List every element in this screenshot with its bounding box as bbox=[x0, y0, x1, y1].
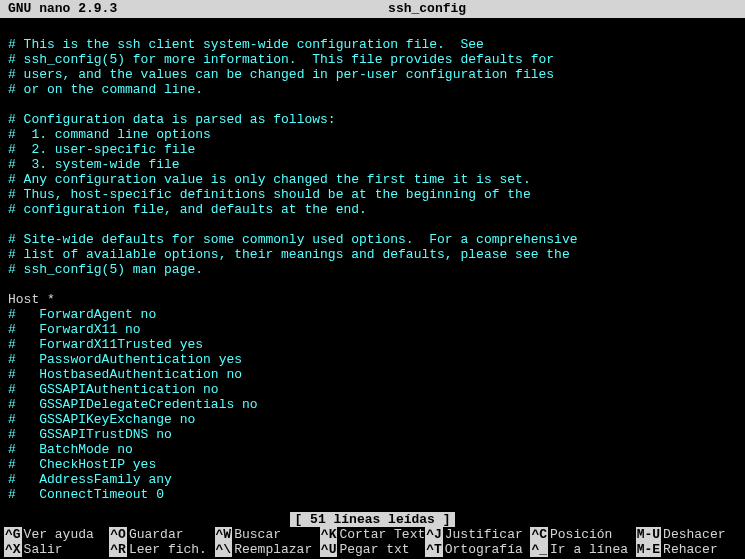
editor-line: # GSSAPIAuthentication no bbox=[8, 382, 737, 397]
shortcut-key: ^C bbox=[530, 527, 548, 542]
editor-line bbox=[8, 277, 737, 292]
shortcut-item[interactable]: ^JJustificar bbox=[425, 527, 530, 542]
editor-line: # GSSAPITrustDNS no bbox=[8, 427, 737, 442]
shortcut-key: ^J bbox=[425, 527, 443, 542]
shortcut-label: Buscar bbox=[234, 527, 281, 542]
shortcut-label: Pegar txt bbox=[339, 542, 409, 557]
editor-line bbox=[8, 97, 737, 112]
editor-line: # Thus, host-specific definitions should… bbox=[8, 187, 737, 202]
statusbar: [ 51 líneas leídas ] bbox=[0, 512, 745, 527]
shortcut-key: ^X bbox=[4, 542, 22, 557]
shortcut-item[interactable]: ^WBuscar bbox=[215, 527, 320, 542]
editor-line: # 2. user-specific file bbox=[8, 142, 737, 157]
titlebar: GNU nano 2.9.3 ssh_config bbox=[0, 0, 745, 18]
editor-line: # configuration file, and defaults at th… bbox=[8, 202, 737, 217]
shortcut-label: Deshacer bbox=[663, 527, 725, 542]
shortcut-key: M-U bbox=[636, 527, 661, 542]
shortcut-item[interactable]: ^UPegar txt bbox=[320, 542, 425, 557]
editor-line: # ConnectTimeout 0 bbox=[8, 487, 737, 502]
editor-line: # Any configuration value is only change… bbox=[8, 172, 737, 187]
editor-line: # users, and the values can be changed i… bbox=[8, 67, 737, 82]
shortcut-item[interactable]: M-UDeshacer bbox=[636, 527, 741, 542]
shortcut-label: Ortografía bbox=[445, 542, 523, 557]
shortcut-key: M-E bbox=[636, 542, 661, 557]
shortcut-row-1: ^GVer ayuda^OGuardar^WBuscar^KCortar Tex… bbox=[4, 527, 741, 542]
shortcut-item[interactable]: ^OGuardar bbox=[109, 527, 214, 542]
shortcut-key: ^_ bbox=[530, 542, 548, 557]
editor-line: # This is the ssh client system-wide con… bbox=[8, 37, 737, 52]
shortcut-row-2: ^XSalir^RLeer fich.^\Reemplazar^UPegar t… bbox=[4, 542, 741, 557]
shortcut-key: ^\ bbox=[215, 542, 233, 557]
editor-line: # CheckHostIP yes bbox=[8, 457, 737, 472]
shortcut-key: ^U bbox=[320, 542, 338, 557]
shortcut-label: Rehacer bbox=[663, 542, 718, 557]
shortcut-key: ^K bbox=[320, 527, 338, 542]
editor-line: # PasswordAuthentication yes bbox=[8, 352, 737, 367]
editor-line: # ForwardAgent no bbox=[8, 307, 737, 322]
shortcut-label: Ir a línea bbox=[550, 542, 628, 557]
shortcut-label: Justificar bbox=[445, 527, 523, 542]
shortcut-label: Cortar Text bbox=[339, 527, 425, 542]
shortcut-item[interactable]: ^_Ir a línea bbox=[530, 542, 635, 557]
editor-line: # 3. system-wide file bbox=[8, 157, 737, 172]
editor-line: # ForwardX11 no bbox=[8, 322, 737, 337]
shortcut-key: ^T bbox=[425, 542, 443, 557]
editor-line: Host * bbox=[8, 292, 737, 307]
shortcut-item[interactable]: ^XSalir bbox=[4, 542, 109, 557]
editor-line: # Site-wide defaults for some commonly u… bbox=[8, 232, 737, 247]
shortcuts-bar: ^GVer ayuda^OGuardar^WBuscar^KCortar Tex… bbox=[0, 527, 745, 559]
editor-line: # GSSAPIDelegateCredentials no bbox=[8, 397, 737, 412]
editor-line: # BatchMode no bbox=[8, 442, 737, 457]
editor-line: # HostbasedAuthentication no bbox=[8, 367, 737, 382]
shortcut-item[interactable]: ^RLeer fich. bbox=[109, 542, 214, 557]
editor-line bbox=[8, 217, 737, 232]
shortcut-label: Leer fich. bbox=[129, 542, 207, 557]
editor-area[interactable]: # This is the ssh client system-wide con… bbox=[0, 18, 745, 506]
shortcut-label: Ver ayuda bbox=[24, 527, 94, 542]
shortcut-item[interactable]: ^TOrtografía bbox=[425, 542, 530, 557]
shortcut-key: ^W bbox=[215, 527, 233, 542]
shortcut-item[interactable]: ^CPosición bbox=[530, 527, 635, 542]
shortcut-label: Salir bbox=[24, 542, 63, 557]
shortcut-key: ^O bbox=[109, 527, 127, 542]
shortcut-item[interactable]: M-ERehacer bbox=[636, 542, 741, 557]
editor-line: # or on the command line. bbox=[8, 82, 737, 97]
app-name: GNU nano 2.9.3 bbox=[8, 2, 117, 16]
status-message: [ 51 líneas leídas ] bbox=[290, 512, 454, 527]
editor-line: # GSSAPIKeyExchange no bbox=[8, 412, 737, 427]
shortcut-key: ^G bbox=[4, 527, 22, 542]
shortcut-label: Guardar bbox=[129, 527, 184, 542]
shortcut-label: Reemplazar bbox=[234, 542, 312, 557]
editor-line: # ssh_config(5) for more information. Th… bbox=[8, 52, 737, 67]
editor-line: # ssh_config(5) man page. bbox=[8, 262, 737, 277]
filename: ssh_config bbox=[117, 2, 737, 16]
shortcut-label: Posición bbox=[550, 527, 612, 542]
shortcut-item[interactable]: ^GVer ayuda bbox=[4, 527, 109, 542]
editor-line bbox=[8, 22, 737, 37]
editor-line: # AddressFamily any bbox=[8, 472, 737, 487]
shortcut-item[interactable]: ^\Reemplazar bbox=[215, 542, 320, 557]
editor-line: # 1. command line options bbox=[8, 127, 737, 142]
editor-line: # ForwardX11Trusted yes bbox=[8, 337, 737, 352]
shortcut-key: ^R bbox=[109, 542, 127, 557]
shortcut-item[interactable]: ^KCortar Text bbox=[320, 527, 425, 542]
editor-line: # Configuration data is parsed as follow… bbox=[8, 112, 737, 127]
editor-line: # list of available options, their meani… bbox=[8, 247, 737, 262]
